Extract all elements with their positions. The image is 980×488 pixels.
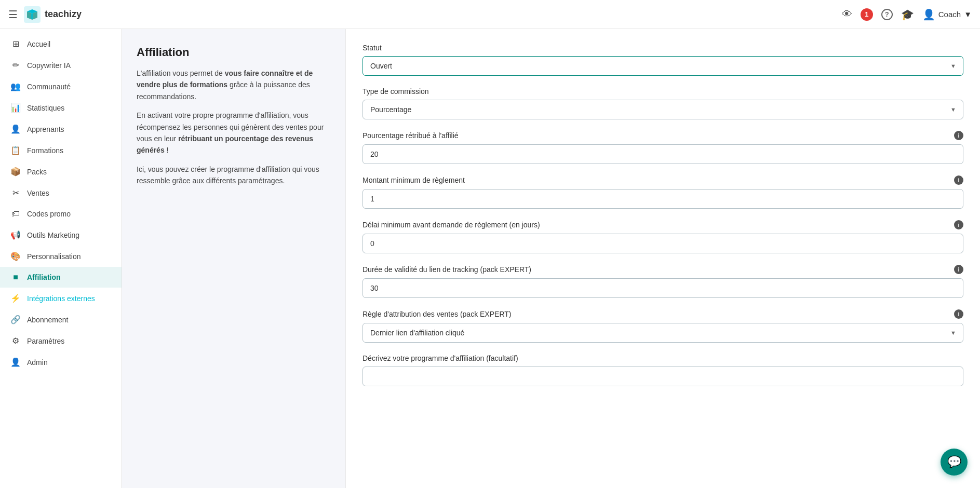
sidebar-icon-integrations-externes: ⚡ (10, 293, 21, 303)
pourcentage-input[interactable] (363, 144, 963, 164)
montant-min-label-row: Montant minimum de règlement i (363, 175, 963, 185)
sidebar-item-ventes[interactable]: ✂ Ventes (0, 182, 122, 204)
svg-rect-1 (31, 13, 33, 19)
montant-min-group: Montant minimum de règlement i (363, 175, 963, 209)
sidebar-label-packs: Packs (27, 168, 47, 176)
sidebar-item-accueil[interactable]: ⊞ Accueil (0, 33, 122, 55)
sidebar-icon-parametres: ⚙ (10, 336, 21, 346)
delai-input[interactable] (363, 234, 963, 253)
graduation-icon: 🎓 (901, 8, 914, 21)
sidebar-label-outils-marketing: Outils Marketing (27, 231, 79, 239)
duree-tracking-label-row: Durée de validité du lien de tracking (p… (363, 265, 963, 274)
graduation-button[interactable]: 🎓 (901, 8, 914, 21)
sidebar-icon-accueil: ⊞ (10, 39, 21, 49)
coach-label: Coach (938, 10, 961, 19)
sidebar-label-accueil: Accueil (27, 40, 50, 48)
hamburger-button[interactable]: ☰ (8, 8, 18, 21)
type-commission-select-wrapper: Pourcentage Montant fixe (363, 100, 963, 119)
help-button[interactable]: ? (881, 9, 893, 20)
sidebar-icon-codes-promo: 🏷 (10, 209, 21, 219)
type-commission-select[interactable]: Pourcentage Montant fixe (363, 100, 963, 119)
sidebar-item-personnalisation[interactable]: 🎨 Personnalisation (0, 246, 122, 267)
form-panel: Statut Ouvert Fermé Type de commission P… (345, 29, 980, 488)
sidebar-icon-formations: 📋 (10, 145, 21, 155)
delai-label: Délai minimum avant demande de règlement… (363, 221, 540, 229)
description-group: Décrivez votre programme d'affiliation (… (363, 354, 963, 386)
logo: teachizy (24, 6, 82, 23)
chat-button[interactable]: 💬 (941, 449, 968, 476)
pourcentage-info-icon[interactable]: i (954, 131, 963, 140)
sidebar-item-apprenants[interactable]: 👤 Apprenants (0, 118, 122, 140)
pourcentage-label-row: Pourcentage rétribué à l'affilié i (363, 131, 963, 140)
statut-select-wrapper: Ouvert Fermé (363, 56, 963, 76)
sidebar-icon-personnalisation: 🎨 (10, 251, 21, 261)
hamburger-icon: ☰ (8, 9, 18, 20)
sidebar-label-parametres: Paramètres (27, 337, 64, 345)
regle-attribution-label-row: Règle d'attribution des ventes (pack EXP… (363, 309, 963, 319)
montant-min-label: Montant minimum de règlement (363, 176, 465, 184)
sidebar-icon-affiliation: ■ (10, 273, 21, 282)
sidebar-label-personnalisation: Personnalisation (27, 252, 81, 261)
info-paragraph-1: L'affiliation vous permet de vous faire … (137, 67, 331, 102)
coach-dropdown-button[interactable]: 👤 Coach ▼ (922, 8, 972, 21)
question-icon: ? (881, 9, 893, 20)
sidebar-item-affiliation[interactable]: ■ Affiliation (0, 267, 122, 288)
sidebar-item-admin[interactable]: 👤 Admin (0, 351, 122, 373)
regle-attribution-select[interactable]: Dernier lien d'affiliation cliqué Premie… (363, 323, 963, 343)
sidebar-item-communaute[interactable]: 👥 Communauté (0, 76, 122, 97)
sidebar-label-abonnement: Abonnement (27, 316, 68, 324)
type-commission-label: Type de commission (363, 87, 963, 96)
main-content: Affiliation L'affiliation vous permet de… (122, 29, 980, 488)
chat-icon: 💬 (947, 455, 961, 469)
regle-attribution-info-icon[interactable]: i (954, 309, 963, 319)
sidebar-item-outils-marketing[interactable]: 📢 Outils Marketing (0, 224, 122, 246)
duree-tracking-info-icon[interactable]: i (954, 265, 963, 274)
notification-badge[interactable]: 1 (861, 8, 873, 21)
sidebar-label-apprenants: Apprenants (27, 125, 64, 133)
sidebar-item-abonnement[interactable]: 🔗 Abonnement (0, 309, 122, 330)
statut-label: Statut (363, 44, 963, 52)
sidebar-item-integrations-externes[interactable]: ⚡ Intégrations externes (0, 288, 122, 309)
pourcentage-label: Pourcentage rétribué à l'affilié (363, 131, 459, 140)
info-paragraph-3: Ici, vous pouvez créer le programme d'af… (137, 164, 331, 187)
sidebar-item-statistiques[interactable]: 📊 Statistiques (0, 97, 122, 118)
sidebar-icon-admin: 👤 (10, 357, 21, 367)
navbar-right: 👁 1 ? 🎓 👤 Coach ▼ (842, 8, 972, 21)
regle-attribution-label: Règle d'attribution des ventes (pack EXP… (363, 310, 511, 318)
duree-tracking-group: Durée de validité du lien de tracking (p… (363, 265, 963, 298)
sidebar-label-communaute: Communauté (27, 83, 71, 91)
eye-icon: 👁 (842, 8, 852, 20)
chevron-down-icon: ▼ (964, 10, 972, 19)
sidebar-label-formations: Formations (27, 146, 63, 155)
duree-tracking-input[interactable] (363, 278, 963, 298)
sidebar-icon-apprenants: 👤 (10, 124, 21, 134)
logo-icon (24, 6, 41, 23)
navbar: ☰ teachizy 👁 1 ? 🎓 👤 Coach ▼ (0, 0, 980, 29)
regle-attribution-select-wrapper: Dernier lien d'affiliation cliqué Premie… (363, 323, 963, 343)
sidebar-item-packs[interactable]: 📦 Packs (0, 161, 122, 182)
sidebar-label-statistiques: Statistiques (27, 104, 64, 112)
sidebar-item-copywriter-ia[interactable]: ✏ Copywriter IA (0, 55, 122, 76)
sidebar: ⊞ Accueil ✏ Copywriter IA 👥 Communauté 📊… (0, 29, 122, 488)
navbar-left: ☰ teachizy (8, 6, 82, 23)
eye-button[interactable]: 👁 (842, 8, 852, 20)
sidebar-item-formations[interactable]: 📋 Formations (0, 140, 122, 161)
statut-select[interactable]: Ouvert Fermé (363, 56, 963, 76)
page-title: Affiliation (137, 46, 331, 59)
description-input[interactable] (363, 367, 963, 386)
delai-info-icon[interactable]: i (954, 220, 963, 229)
sidebar-icon-statistiques: 📊 (10, 103, 21, 113)
montant-min-info-icon[interactable]: i (954, 175, 963, 185)
sidebar-label-codes-promo: Codes promo (27, 210, 71, 218)
montant-min-input[interactable] (363, 189, 963, 209)
sidebar-item-parametres[interactable]: ⚙ Paramètres (0, 330, 122, 351)
delai-group: Délai minimum avant demande de règlement… (363, 220, 963, 253)
sidebar-label-admin: Admin (27, 358, 48, 367)
sidebar-icon-communaute: 👥 (10, 82, 21, 91)
sidebar-label-ventes: Ventes (27, 189, 49, 197)
layout: ⊞ Accueil ✏ Copywriter IA 👥 Communauté 📊… (0, 29, 980, 488)
info-paragraph-2: En activant votre propre programme d'aff… (137, 110, 331, 156)
duree-tracking-label: Durée de validité du lien de tracking (p… (363, 265, 531, 274)
type-commission-group: Type de commission Pourcentage Montant f… (363, 87, 963, 119)
sidebar-item-codes-promo[interactable]: 🏷 Codes promo (0, 204, 122, 224)
